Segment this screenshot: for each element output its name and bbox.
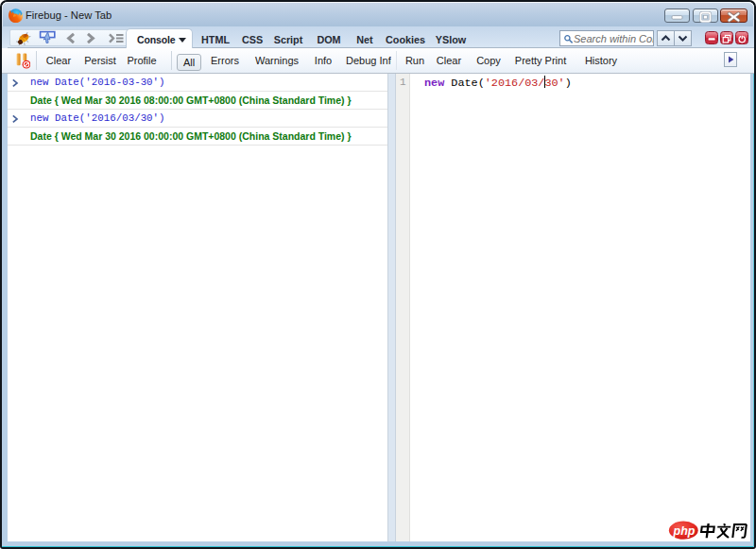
svg-text:php: php [673,524,696,538]
